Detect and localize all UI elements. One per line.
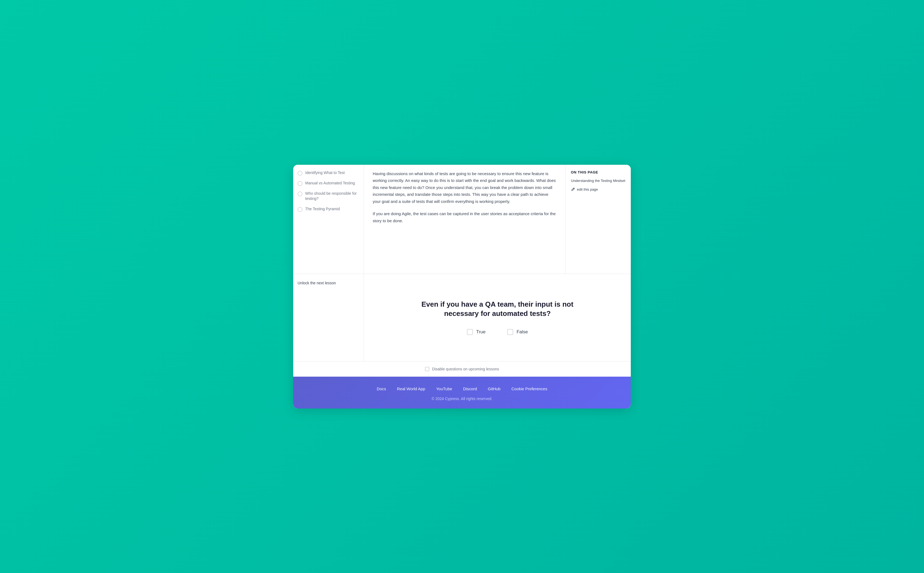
sidebar-radio-manual-vs-automated xyxy=(297,181,302,186)
disable-label: Disable questions on upcoming lessons xyxy=(432,367,499,371)
edit-label: edit this page xyxy=(577,187,598,191)
footer-copyright: © 2024 Cypress. All rights reserved. xyxy=(299,396,625,401)
footer-link-youtube[interactable]: YouTube xyxy=(436,387,452,391)
edit-icon xyxy=(571,187,575,191)
sidebar-radio-testing-pyramid xyxy=(297,207,302,212)
unlock-section: Unlock the next lesson Even if you have … xyxy=(293,274,631,361)
unlock-label: Unlock the next lesson xyxy=(297,281,336,285)
footer-links: DocsReal World AppYouTubeDiscordGitHubCo… xyxy=(299,387,625,391)
sidebar-item-who-should[interactable]: Who should be responsible for testing? xyxy=(297,191,360,202)
sidebar-radio-who-should xyxy=(297,191,302,196)
disable-checkbox[interactable] xyxy=(425,367,429,371)
unlock-sidebar: Unlock the next lesson xyxy=(293,274,364,361)
sidebar-item-manual-vs-automated[interactable]: Manual vs Automated Testing xyxy=(297,180,360,186)
sidebar-item-testing-pyramid[interactable]: The Testing Pyramid xyxy=(297,207,360,212)
quiz-checkbox-false[interactable] xyxy=(507,329,513,335)
footer-link-github[interactable]: GitHub xyxy=(488,387,501,391)
sidebar-label-manual-vs-automated: Manual vs Automated Testing xyxy=(305,180,355,186)
footer-link-cookie-preferences[interactable]: Cookie Preferences xyxy=(511,387,547,391)
disable-questions-row: Disable questions on upcoming lessons xyxy=(293,361,631,377)
quiz-option-true[interactable]: True xyxy=(467,329,485,335)
sidebar-label-who-should: Who should be responsible for testing? xyxy=(305,191,360,202)
on-this-page-title: ON THIS PAGE xyxy=(571,170,625,174)
quiz-label-false: False xyxy=(516,329,528,335)
quiz-checkbox-true[interactable] xyxy=(467,329,473,335)
sidebar: Identifying What to Test Manual vs Autom… xyxy=(293,165,364,274)
quiz-option-false[interactable]: False xyxy=(507,329,528,335)
main-card: Identifying What to Test Manual vs Autom… xyxy=(293,165,631,409)
quiz-label-true: True xyxy=(476,329,485,335)
right-panel: ON THIS PAGE Understanding the Testing M… xyxy=(566,165,631,274)
footer-link-discord[interactable]: Discord xyxy=(463,387,477,391)
sidebar-radio-identifying xyxy=(297,171,302,176)
article-paragraph-1: If you are doing Agile, the test cases c… xyxy=(373,210,557,224)
sidebar-label-testing-pyramid: The Testing Pyramid xyxy=(305,207,340,212)
edit-link[interactable]: edit this page xyxy=(571,187,625,191)
article-area: Having discussions on what kinds of test… xyxy=(364,165,566,274)
sidebar-label-identifying: Identifying What to Test xyxy=(305,170,345,176)
quiz-question: Even if you have a QA team, their input … xyxy=(416,300,579,318)
sidebar-item-identifying[interactable]: Identifying What to Test xyxy=(297,170,360,176)
quiz-options: True False xyxy=(467,329,528,335)
on-this-page-link-0[interactable]: Understanding the Testing Mindset xyxy=(571,178,625,183)
quiz-area: Even if you have a QA team, their input … xyxy=(364,274,631,361)
article-paragraph-0: Having discussions on what kinds of test… xyxy=(373,170,557,205)
footer-link-real-world-app[interactable]: Real World App xyxy=(397,387,425,391)
footer: DocsReal World AppYouTubeDiscordGitHubCo… xyxy=(293,377,631,409)
top-section: Identifying What to Test Manual vs Autom… xyxy=(293,165,631,274)
footer-link-docs[interactable]: Docs xyxy=(377,387,386,391)
